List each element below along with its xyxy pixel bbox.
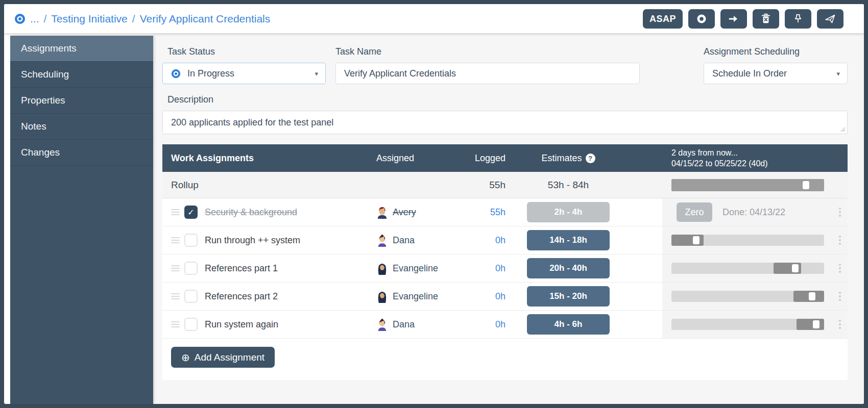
task-checkbox[interactable] <box>184 234 198 247</box>
drag-handle-icon[interactable] <box>171 237 180 243</box>
breadcrumb-task[interactable]: Verify Applicant Credentials <box>140 13 271 25</box>
rollup-logged: 55h <box>489 180 505 191</box>
chevron-down-icon: ▾ <box>836 70 840 78</box>
add-assignment-row: ⊕ Add Assignment <box>162 339 848 380</box>
help-icon[interactable]: ? <box>586 154 595 163</box>
assignment-name[interactable]: References part 1 <box>205 263 278 274</box>
header-assigned: Assigned <box>365 144 454 172</box>
row-menu-icon[interactable] <box>839 264 841 273</box>
row-menu-icon[interactable] <box>839 208 841 217</box>
header-estimates: Estimates ? <box>505 144 631 172</box>
logged-hours-link[interactable]: 55h <box>490 207 505 218</box>
paper-plane-icon <box>824 13 836 24</box>
assignment-scheduling-select[interactable]: Schedule In Order ▾ <box>704 63 848 84</box>
add-assignment-label: Add Assignment <box>195 352 264 363</box>
task-name-input[interactable]: Verify Applicant Credentials <box>335 63 640 84</box>
add-assignment-button[interactable]: ⊕ Add Assignment <box>171 347 275 368</box>
timeline-bar[interactable] <box>671 319 824 330</box>
header-estimates-label: Estimates <box>541 153 582 164</box>
table-header-row: Work Assignments Assigned Logged Estimat… <box>162 144 848 172</box>
breadcrumb-separator: / <box>44 13 47 25</box>
assignee-name[interactable]: Dana <box>393 235 415 246</box>
task-name-label: Task Name <box>335 46 381 57</box>
timeline-marker[interactable] <box>693 236 700 244</box>
description-input[interactable]: 200 applicants applied for the test pane… <box>162 111 848 134</box>
pin-button[interactable] <box>785 9 811 29</box>
timeline-bar[interactable] <box>671 291 824 302</box>
timeline-marker[interactable] <box>809 292 815 300</box>
timeline-marker[interactable] <box>813 320 819 328</box>
move-button[interactable] <box>720 9 747 29</box>
header-logged: Logged <box>454 144 505 172</box>
task-status-label: Task Status <box>167 46 215 57</box>
task-checkbox[interactable] <box>184 318 198 331</box>
table-row: Run system again Dana 0h 4h - 6h <box>162 311 848 339</box>
logged-hours-link[interactable]: 0h <box>495 319 505 330</box>
assignment-name[interactable]: Security & background <box>205 207 297 218</box>
row-menu-icon[interactable] <box>839 320 841 329</box>
timeline-segment <box>797 319 824 330</box>
rollup-timeline-bar[interactable] <box>671 179 824 191</box>
assignment-name[interactable]: Run through ++ system <box>205 235 300 246</box>
main-panel: Task Status In Progress ▾ Task Name Veri… <box>153 33 864 404</box>
drag-handle-icon[interactable] <box>171 293 180 299</box>
description-label: Description <box>167 94 213 105</box>
estimate-pill[interactable]: 14h - 18h <box>527 230 610 250</box>
resize-grip-icon[interactable] <box>839 126 846 132</box>
logged-hours-link[interactable]: 0h <box>495 235 505 246</box>
assignment-scheduling-value: Schedule In Order <box>712 68 787 79</box>
drag-handle-icon[interactable] <box>171 265 180 271</box>
sidebar-item-assignments[interactable]: Assignments <box>10 36 153 62</box>
timeline-marker[interactable] <box>792 264 799 272</box>
task-checkbox[interactable]: ✓ <box>184 206 198 219</box>
toolbar: ASAP <box>643 9 843 29</box>
breadcrumb-ellipsis[interactable]: ... <box>30 13 39 25</box>
delete-button[interactable] <box>753 9 779 29</box>
chevron-down-icon: ▾ <box>315 70 318 78</box>
sidebar-item-scheduling[interactable]: Scheduling <box>10 62 153 88</box>
zero-button[interactable]: Zero <box>677 202 712 222</box>
send-button[interactable] <box>817 9 843 29</box>
in-progress-icon <box>171 69 181 79</box>
drag-handle-icon[interactable] <box>171 209 180 215</box>
assignment-scheduling-label: Assignment Scheduling <box>704 46 800 57</box>
drag-handle-icon[interactable] <box>171 321 180 327</box>
task-status-value: In Progress <box>187 68 234 79</box>
assignment-name[interactable]: Run system again <box>205 319 278 330</box>
task-status-select[interactable]: In Progress ▾ <box>162 63 326 84</box>
assignee-name[interactable]: Evangeline <box>393 263 438 274</box>
row-menu-icon[interactable] <box>839 236 841 245</box>
estimate-pill[interactable]: 4h - 6h <box>527 314 610 335</box>
status-donut-button[interactable] <box>688 9 715 29</box>
logged-hours-link[interactable]: 0h <box>495 291 505 302</box>
assignment-name[interactable]: References part 2 <box>205 291 278 302</box>
timeline-bar[interactable] <box>671 263 824 274</box>
schedule-line-2: 04/15/22 to 05/25/22 (40d) <box>671 159 768 169</box>
plus-circle-icon: ⊕ <box>181 351 190 364</box>
sidebar-item-properties[interactable]: Properties <box>10 88 153 114</box>
timeline-marker[interactable] <box>803 181 809 189</box>
assignee-name[interactable]: Dana <box>393 319 415 330</box>
task-checkbox[interactable] <box>184 290 198 303</box>
sidebar-item-changes[interactable]: Changes <box>10 140 153 166</box>
timeline-bar[interactable] <box>671 235 824 246</box>
task-status-icon <box>14 13 26 24</box>
description-value: 200 applicants applied for the test pane… <box>171 117 333 128</box>
breadcrumb-project[interactable]: Testing Initiative <box>51 13 127 25</box>
pin-icon <box>793 13 803 24</box>
assignee-name[interactable]: Avery <box>393 207 416 218</box>
breadcrumb: ... / Testing Initiative / Verify Applic… <box>14 13 270 25</box>
sidebar-item-notes[interactable]: Notes <box>10 114 153 140</box>
estimate-pill[interactable]: 20h - 40h <box>527 258 610 278</box>
timeline-segment <box>671 179 824 191</box>
schedule-line-1: 2 days from now... <box>671 148 768 159</box>
estimate-pill[interactable]: 15h - 20h <box>527 286 610 307</box>
assignee-name[interactable]: Evangeline <box>393 291 438 302</box>
estimate-pill[interactable]: 2h - 4h <box>527 202 610 222</box>
asap-button[interactable]: ASAP <box>643 9 683 29</box>
logged-hours-link[interactable]: 0h <box>495 263 505 274</box>
row-menu-icon[interactable] <box>839 292 841 301</box>
task-checkbox[interactable] <box>184 262 198 275</box>
top-bar: ... / Testing Initiative / Verify Applic… <box>4 4 864 33</box>
rollup-row: Rollup 55h 53h - 84h <box>162 172 848 198</box>
